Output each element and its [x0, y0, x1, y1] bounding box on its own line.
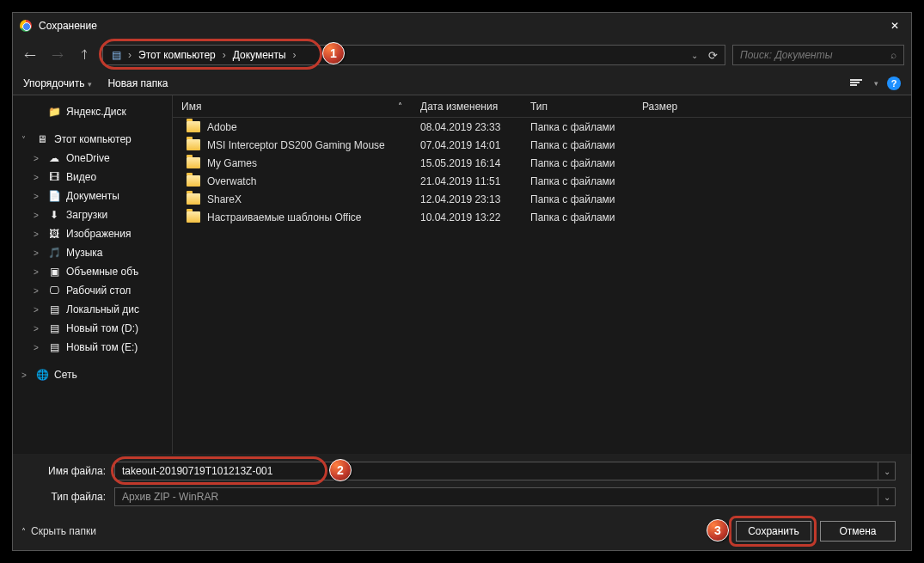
file-list-header: Имя˄ Дата изменения Тип Размер [173, 95, 911, 118]
file-name: Настраиваемые шаблоны Office [207, 211, 362, 223]
folder-icon [187, 139, 200, 150]
doc-icon: 📄 [47, 189, 61, 203]
file-type: Папка с файлами [522, 193, 633, 205]
search-placeholder: Поиск: Документы [740, 49, 890, 61]
tree-item[interactable]: >🎞Видео [16, 168, 172, 187]
folder-tree: 📁Яндекс.Диск˅🖥Этот компьютер>☁OneDrive>🎞… [13, 95, 173, 454]
tree-label: Сеть [54, 369, 77, 381]
chevron-down-icon[interactable]: ⌄ [691, 51, 698, 60]
file-type: Папка с файлами [522, 139, 633, 151]
tree-label: Загрузки [66, 209, 107, 221]
file-date: 08.04.2019 23:33 [412, 121, 522, 133]
tree-label: Этот компьютер [54, 133, 132, 145]
file-row[interactable]: Настраиваемые шаблоны Office10.04.2019 1… [173, 208, 911, 226]
breadcrumb[interactable]: ▤ › Этот компьютер › Документы › [102, 45, 317, 65]
file-type: Папка с файлами [522, 211, 633, 223]
expand-icon[interactable]: ˅ [21, 135, 30, 144]
file-date: 12.04.2019 23:13 [412, 193, 522, 205]
tree-item[interactable]: >🖼Изображения [16, 224, 172, 243]
breadcrumb-pc[interactable]: Этот компьютер [138, 49, 216, 61]
forward-button[interactable]: 🡒 [47, 45, 68, 65]
folder-icon [187, 193, 200, 205]
tree-label: Видео [66, 171, 96, 183]
help-button[interactable]: ? [887, 76, 901, 90]
file-type: Папка с файлами [522, 157, 633, 169]
folder-icon [187, 175, 200, 187]
close-button[interactable]: ✕ [885, 20, 904, 32]
filename-dropdown[interactable]: ⌄ [878, 462, 896, 480]
new-folder-button[interactable]: Новая папка [107, 77, 168, 89]
expand-icon[interactable]: > [34, 229, 42, 239]
music-icon: 🎵 [47, 246, 61, 260]
up-button[interactable]: 🡑 [75, 45, 95, 65]
filetype-label: Тип файла: [28, 491, 114, 503]
drive-icon: ▤ [47, 340, 61, 354]
tree-item[interactable]: >▤Новый том (E:) [16, 338, 172, 357]
pc-icon: 🖥 [35, 132, 49, 146]
tree-item[interactable]: >▤Новый том (D:) [16, 319, 172, 338]
filetype-select[interactable]: Архив ZIP - WinRAR [114, 487, 878, 506]
expand-icon[interactable]: > [34, 343, 42, 352]
col-name[interactable]: Имя˄ [173, 95, 412, 117]
file-name: ShareX [207, 193, 242, 205]
expand-icon[interactable]: > [34, 192, 42, 201]
tree-item[interactable]: >▣Объемные объ [16, 262, 172, 281]
expand-icon[interactable]: > [34, 173, 42, 182]
search-input[interactable]: Поиск: Документы ⌕ [732, 45, 904, 65]
tree-item[interactable]: ˅🖥Этот компьютер [16, 130, 172, 149]
address-remainder[interactable]: ⌄ ⟳ [316, 45, 725, 65]
desk-icon: 🖵 [47, 284, 61, 297]
file-row[interactable]: ShareX12.04.2019 23:13Папка с файлами [173, 190, 911, 208]
file-date: 21.04.2019 11:51 [412, 175, 522, 187]
expand-icon[interactable]: > [34, 305, 42, 315]
view-dropdown[interactable]: ▾ [874, 79, 878, 88]
expand-icon[interactable]: > [21, 370, 30, 380]
col-size[interactable]: Размер [633, 95, 711, 117]
folder-icon [187, 121, 200, 132]
file-row[interactable]: Adobe08.04.2019 23:33Папка с файлами [173, 118, 911, 136]
view-mode-button[interactable] [850, 79, 862, 88]
hide-folders-toggle[interactable]: ˄Скрыть папки [21, 525, 96, 537]
file-date: 15.05.2019 16:14 [412, 157, 522, 169]
refresh-button[interactable]: ⟳ [708, 49, 718, 62]
file-name: Adobe [207, 121, 237, 133]
tree-label: Новый том (E:) [66, 341, 138, 353]
badge-1: 1 [322, 42, 345, 64]
actions-row: ˄Скрыть папки Сохранить Отмена 3 [13, 512, 911, 550]
tree-label: Музыка [66, 247, 102, 259]
tree-label: OneDrive [66, 152, 110, 164]
save-button[interactable]: Сохранить [736, 521, 811, 542]
file-row[interactable]: Overwatch21.04.2019 11:51Папка с файлами [173, 172, 911, 190]
net-icon: 🌐 [35, 368, 49, 382]
drive-icon: ▤ [47, 303, 61, 316]
folder-icon [187, 211, 200, 223]
breadcrumb-docs[interactable]: Документы [233, 49, 286, 61]
expand-icon[interactable]: > [34, 154, 42, 163]
filename-input[interactable]: takeout-20190719T101213Z-001 [114, 462, 878, 480]
tree-item[interactable]: >▤Локальный дис [16, 300, 172, 319]
col-date[interactable]: Дата изменения [412, 95, 522, 117]
back-button[interactable]: 🡐 [20, 45, 40, 65]
expand-icon[interactable]: > [34, 286, 42, 296]
tree-item[interactable]: >⬇Загрузки [16, 205, 172, 224]
tree-item[interactable]: >☁OneDrive [16, 149, 172, 168]
expand-icon[interactable]: > [34, 211, 42, 220]
tree-item[interactable]: >🎵Музыка [16, 243, 172, 262]
expand-icon[interactable]: > [34, 267, 42, 277]
col-type[interactable]: Тип [522, 95, 633, 117]
expand-icon[interactable]: > [34, 248, 42, 258]
tree-label: Изображения [66, 228, 131, 240]
drive-icon: ▤ [47, 321, 61, 335]
tree-item[interactable]: >📄Документы [16, 187, 172, 205]
tree-item[interactable]: >🖵Рабочий стол [16, 281, 172, 300]
tree-item[interactable]: >🌐Сеть [16, 365, 172, 384]
cancel-button[interactable]: Отмена [820, 521, 896, 542]
organize-menu[interactable]: Упорядочить▾ [23, 77, 92, 89]
filetype-dropdown[interactable]: ⌄ [878, 487, 896, 506]
filename-label: Имя файла: [28, 465, 114, 477]
file-row[interactable]: My Games15.05.2019 16:14Папка с файлами [173, 154, 911, 172]
expand-icon[interactable]: > [34, 324, 42, 334]
file-list: Имя˄ Дата изменения Тип Размер Adobe08.0… [173, 95, 911, 454]
file-row[interactable]: MSI Interceptor DS200 Gaming Mouse07.04.… [173, 136, 911, 154]
tree-item[interactable]: 📁Яндекс.Диск [16, 102, 172, 121]
